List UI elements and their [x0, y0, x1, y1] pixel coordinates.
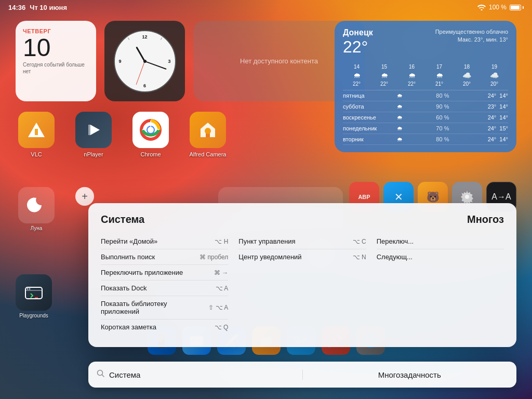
svg-marker-3: [90, 125, 100, 135]
search-icon: [97, 369, 105, 380]
weather-header: Донецк 22° Преимущественно облачноМакс. …: [343, 28, 508, 57]
add-widget-icon: +: [82, 191, 88, 203]
weather-hourly-row: 14 🌧 22° 15 🌧 22° 16 🌧 22° 17 🌧 21° 18 ☁…: [343, 61, 508, 90]
shortcut-c3-2-name: Следующ...: [377, 253, 413, 261]
vlc-label: VLC: [31, 151, 42, 157]
clock-center: [143, 60, 147, 63]
app-alfred[interactable]: Alfred Camera: [187, 112, 229, 157]
shortcut-row-switch: Переключить приложение ⌘ →: [101, 265, 228, 281]
weather-temp: 22°: [343, 37, 373, 57]
shortcut-switch-name: Переключить приложение: [101, 269, 183, 276]
status-bar: 14:36 Чт 10 июня 100 %: [0, 0, 532, 15]
svg-point-8: [148, 127, 154, 133]
shortcut-menu: Система Многоз Перейти «Домой» ⌥ H Выпол…: [88, 203, 516, 347]
playground-label: Playgrounds: [19, 313, 48, 318]
widgets-area: ЧЕТВЕРГ 10 Сегодня событий больше нет 12…: [16, 21, 365, 101]
shortcut-title-right: Многоз: [467, 214, 504, 225]
shortcut-note-name: Короткая заметка: [101, 323, 156, 331]
battery-percent: 100 %: [489, 4, 507, 11]
shortcut-library-name: Показать библиотеку приложений: [101, 300, 203, 315]
shortcut-col-3: Переключ... Следующ...: [377, 234, 504, 335]
weather-day-row: вторник 🌧 80 % 24° 14°: [343, 134, 508, 145]
luna-icon: [18, 187, 55, 223]
shortcut-row-c3-1: Переключ...: [377, 234, 504, 249]
weather-day-row: воскресенье 🌧 60 % 24° 14°: [343, 112, 508, 123]
search-left[interactable]: Система: [88, 369, 303, 380]
shortcut-row-control: Пункт управления ⌥ C: [238, 234, 366, 249]
shortcut-title-left: Система: [101, 214, 144, 225]
shortcut-home-key: ⌥ H: [215, 238, 228, 245]
alfred-icon: [190, 112, 226, 148]
shortcut-search-key: ⌘ пробел: [200, 254, 228, 261]
chrome-label: Chrome: [140, 151, 161, 157]
search-bar[interactable]: Система Многозадачность: [88, 362, 516, 388]
shortcut-switch-key: ⌘ →: [214, 269, 228, 276]
left-panel: Луна: [16, 187, 57, 231]
calendar-event-text: Сегодня событий больше нет: [23, 61, 89, 75]
nplayer-label: nPlayer: [84, 151, 103, 157]
shortcut-c3-1-name: Переключ...: [377, 237, 414, 245]
weather-day-row: пятница 🌧 80 % 24° 14°: [343, 90, 508, 101]
wifi-icon: [477, 4, 486, 10]
shortcut-note-key: ⌥ Q: [215, 324, 229, 331]
svg-point-17: [29, 288, 31, 290]
app-playground-wrap[interactable]: Playgrounds: [16, 274, 52, 318]
shortcut-col-2: Пункт управления ⌥ C Центр уведомлений ⌥…: [238, 234, 366, 335]
shortcut-col-1: Перейти «Домой» ⌥ H Выполнить поиск ⌘ пр…: [101, 234, 228, 335]
luna-label: Луна: [31, 225, 43, 231]
status-right: 100 %: [477, 4, 524, 11]
svg-rect-4: [88, 125, 90, 135]
shortcut-home-name: Перейти «Домой»: [101, 237, 157, 245]
app-chrome[interactable]: Chrome: [130, 112, 171, 157]
widget-clock[interactable]: 12 3 6 9: [104, 21, 185, 101]
vlc-icon: [18, 112, 55, 148]
svg-point-16: [27, 288, 29, 290]
status-date: Чт 10 июня: [30, 4, 67, 11]
shortcut-row-note: Короткая заметка ⌥ Q: [101, 320, 228, 335]
shortcut-library-key: ⇧ ⌥ A: [208, 304, 228, 311]
nplayer-icon: [75, 112, 112, 148]
weather-daily: пятница 🌧 80 % 24° 14° суббота 🌧 90 % 23…: [343, 90, 508, 145]
svg-rect-13: [205, 128, 211, 134]
search-label-left: Система: [109, 370, 140, 379]
playground-icon: [16, 274, 52, 311]
weather-day-row: суббота 🌧 90 % 23° 14°: [343, 101, 508, 112]
shortcut-notif-key: ⌥ N: [353, 254, 366, 261]
app-grid: VLC nPlayer: [16, 112, 229, 157]
shortcut-control-key: ⌥ C: [353, 238, 366, 245]
shortcut-dock-key: ⌥ A: [216, 285, 229, 292]
svg-line-19: [102, 375, 104, 377]
clock-face: 12 3 6 9: [114, 30, 176, 92]
weather-desc: Преимущественно облачноМакс. 23°, мин. 1…: [435, 28, 508, 44]
bear-icon: 🐻: [427, 191, 440, 203]
app-vlc[interactable]: VLC: [16, 112, 57, 157]
shortcut-grid: Перейти «Домой» ⌥ H Выполнить поиск ⌘ пр…: [101, 234, 504, 335]
shortcut-row-home: Перейти «Домой» ⌥ H: [101, 234, 228, 249]
add-widget-button[interactable]: +: [75, 187, 94, 206]
weather-widget[interactable]: Донецк 22° Преимущественно облачноМакс. …: [335, 21, 516, 152]
translate-icon: A→A: [491, 192, 511, 202]
twitter-icon: ✕: [394, 191, 403, 203]
weather-day-row: понедельник 🌧 70 % 24° 15°: [343, 123, 508, 134]
shortcut-dock-name: Показать Dock: [101, 284, 147, 292]
shortcut-header: Система Многоз: [101, 214, 504, 225]
second-hand: [136, 61, 145, 84]
app-luna[interactable]: Луна: [16, 187, 57, 231]
widget-calendar[interactable]: ЧЕТВЕРГ 10 Сегодня событий больше нет: [16, 21, 96, 101]
shortcut-row-notif: Центр уведомлений ⌥ N: [238, 249, 366, 264]
shortcut-row-dock: Показать Dock ⌥ A: [101, 281, 228, 296]
battery-icon: [510, 5, 524, 10]
svg-rect-2: [35, 129, 38, 135]
svg-point-0: [481, 9, 482, 11]
app-nplayer[interactable]: nPlayer: [73, 112, 114, 157]
search-label-right: Многозадачность: [378, 370, 441, 379]
chrome-icon: [132, 112, 169, 148]
shortcut-row-c3-2: Следующ...: [377, 249, 504, 264]
settings-icon: [459, 189, 475, 205]
shortcut-row-library: Показать библиотеку приложений ⇧ ⌥ A: [101, 296, 228, 320]
alfred-label: Alfred Camera: [190, 151, 227, 157]
search-right[interactable]: Многозадачность: [303, 370, 517, 379]
status-time: 14:36: [8, 4, 25, 11]
widget-empty-text: Нет доступного контента: [240, 57, 318, 65]
hour-hand: [136, 46, 145, 61]
